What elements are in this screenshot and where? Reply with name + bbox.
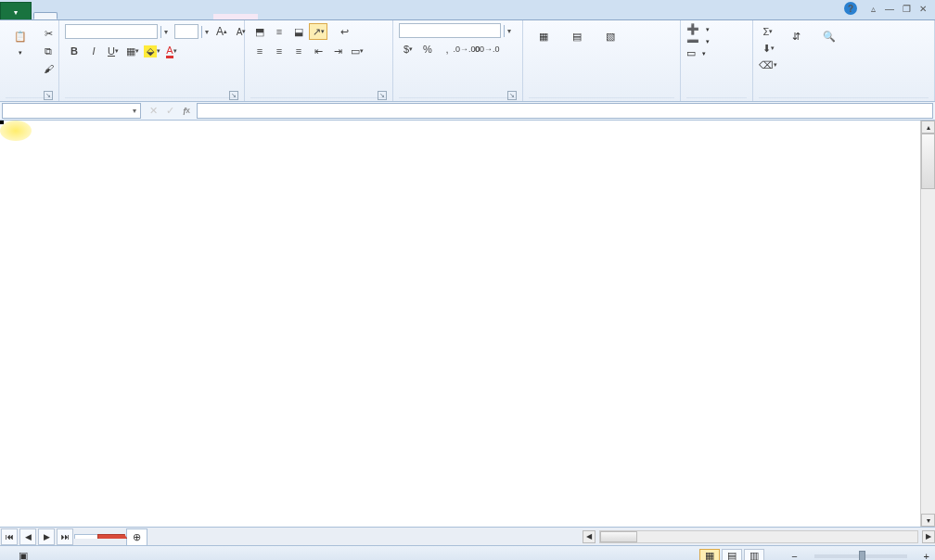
find-select-button[interactable]: 🔍 — [814, 23, 844, 50]
hscroll-thumb[interactable] — [600, 531, 637, 542]
group-label-number: ↘ — [399, 97, 517, 101]
format-painter-button[interactable]: 🖌 — [39, 60, 58, 77]
font-size-select[interactable] — [174, 24, 199, 39]
align-bottom-button[interactable]: ⬓ — [289, 23, 308, 40]
new-sheet-button[interactable]: ⊕ — [126, 528, 147, 545]
view-page-break-button[interactable]: ▥ — [744, 549, 764, 561]
font-launcher[interactable]: ↘ — [229, 91, 238, 100]
chevron-down-icon[interactable]: ▾ — [133, 107, 136, 115]
window-close-icon[interactable]: ✕ — [916, 2, 929, 15]
tab-options[interactable] — [213, 14, 236, 19]
accounting-format-button[interactable]: $▾ — [399, 41, 417, 57]
merge-center-button[interactable]: ▭▾ — [348, 43, 366, 59]
wrap-text-button[interactable]: ↩ — [335, 23, 353, 40]
hscroll-right[interactable]: ▶ — [922, 530, 935, 543]
tab-insert[interactable] — [58, 14, 80, 19]
bold-button[interactable]: B — [65, 43, 83, 59]
enter-icon[interactable]: ✓ — [163, 105, 176, 117]
grow-font-button[interactable]: A▴ — [212, 23, 231, 40]
tab-page-layout[interactable] — [80, 14, 102, 19]
fill-button[interactable]: ⬇▾ — [759, 40, 777, 57]
tab-file[interactable]: ▾ — [0, 2, 32, 19]
group-label-alignment: ↘ — [250, 97, 387, 101]
status-bar: ▣ ▦ ▤ ▥ − + — [0, 545, 935, 560]
zoom-slider[interactable] — [814, 554, 907, 558]
help-icon[interactable]: ? — [844, 2, 857, 15]
window-controls: ? ▵ — ❐ ✕ — [844, 2, 929, 15]
sheet-tab-sheet2[interactable] — [74, 534, 98, 539]
underline-button[interactable]: U▾ — [104, 43, 122, 59]
border-button[interactable]: ▦▾ — [123, 43, 142, 59]
tab-view[interactable] — [169, 14, 191, 19]
zoom-out-button[interactable]: − — [791, 551, 797, 561]
copy-button[interactable]: ⧉ — [39, 43, 58, 59]
clipboard-launcher[interactable]: ↘ — [44, 91, 53, 100]
sheet-tab-data[interactable] — [97, 534, 127, 539]
tab-review[interactable] — [147, 14, 169, 19]
chevron-down-icon[interactable]: ▾ — [201, 26, 211, 38]
sheet-nav-first[interactable]: ⏮ — [1, 528, 18, 545]
tab-formulas[interactable] — [102, 14, 124, 19]
font-name-select[interactable] — [65, 24, 158, 39]
sheet-nav-next[interactable]: ▶ — [38, 528, 55, 545]
tab-data[interactable] — [124, 14, 147, 19]
scroll-down-icon[interactable]: ▾ — [921, 514, 935, 527]
cancel-icon[interactable]: ✕ — [147, 105, 160, 117]
sheet-nav-prev[interactable]: ◀ — [19, 528, 36, 545]
view-page-layout-button[interactable]: ▤ — [722, 549, 742, 561]
delete-cells-icon: ➖ — [686, 35, 699, 47]
cut-button[interactable]: ✂ — [39, 25, 58, 42]
chevron-down-icon[interactable]: ▾ — [160, 26, 171, 38]
group-label-editing — [759, 97, 929, 101]
decrease-indent-button[interactable]: ⇤ — [309, 43, 327, 59]
tab-design[interactable] — [236, 14, 258, 19]
hscroll-left[interactable]: ◀ — [583, 530, 596, 543]
cell-styles-icon: ▧ — [599, 25, 621, 47]
conditional-formatting-button[interactable]: ▦ — [529, 23, 558, 50]
window-restore-icon[interactable]: ❐ — [900, 2, 913, 15]
percent-format-button[interactable]: % — [418, 41, 437, 57]
view-normal-button[interactable]: ▦ — [699, 549, 720, 561]
group-label-font: ↘ — [65, 97, 238, 101]
align-middle-button[interactable]: ≡ — [270, 23, 288, 40]
align-top-button[interactable]: ⬒ — [250, 23, 269, 40]
chevron-down-icon[interactable]: ▾ — [504, 25, 514, 37]
ribbon: 📋 ▾ ✂ ⧉ 🖌 ↘ ▾ ▾ A▴ A▾ B I U▾ — [0, 20, 935, 102]
orientation-button[interactable]: ↗▾ — [309, 23, 327, 40]
autosum-button[interactable]: Σ▾ — [759, 23, 777, 40]
format-as-table-button[interactable]: ▤ — [562, 23, 592, 50]
align-left-button[interactable]: ≡ — [250, 43, 269, 59]
clear-button[interactable]: ⌫▾ — [759, 57, 777, 73]
minimize-ribbon-icon[interactable]: ▵ — [866, 2, 879, 15]
align-right-button[interactable]: ≡ — [289, 43, 308, 59]
window-minimize-icon[interactable]: — — [883, 2, 896, 15]
sort-filter-icon: ⇵ — [785, 25, 807, 47]
cell-styles-button[interactable]: ▧ — [596, 23, 625, 50]
horizontal-scrollbar[interactable] — [599, 530, 918, 543]
decrease-decimal-button[interactable]: .00→.0 — [477, 41, 495, 57]
italic-button[interactable]: I — [84, 43, 103, 59]
tab-developer[interactable] — [191, 14, 213, 19]
font-color-button[interactable]: A▾ — [162, 43, 181, 59]
name-box[interactable]: ▾ — [2, 103, 141, 119]
formula-input[interactable] — [197, 103, 933, 119]
number-launcher[interactable]: ↘ — [507, 91, 517, 100]
macro-record-icon[interactable]: ▣ — [19, 550, 28, 560]
paste-button[interactable]: 📋 ▾ — [6, 23, 35, 58]
vscroll-thumb[interactable] — [921, 134, 935, 189]
fill-color-button[interactable]: ⬙▾ — [143, 43, 161, 59]
sort-filter-button[interactable]: ⇵ — [781, 23, 811, 50]
scroll-up-icon[interactable]: ▴ — [921, 121, 935, 134]
zoom-in-button[interactable]: + — [924, 551, 929, 561]
vertical-scrollbar[interactable]: ▴ ▾ — [920, 121, 935, 527]
alignment-launcher[interactable]: ↘ — [378, 91, 387, 100]
number-format-select[interactable] — [399, 23, 501, 38]
table-icon: ▤ — [566, 25, 588, 47]
ribbon-tabs: ▾ — [0, 0, 935, 20]
align-center-button[interactable]: ≡ — [270, 43, 288, 59]
increase-indent-button[interactable]: ⇥ — [328, 43, 347, 59]
fx-icon[interactable]: fx — [180, 106, 193, 117]
worksheet-grid[interactable]: ▴ ▾ — [0, 121, 935, 527]
sheet-nav-last[interactable]: ⏭ — [57, 528, 73, 545]
tab-home[interactable] — [33, 12, 58, 19]
